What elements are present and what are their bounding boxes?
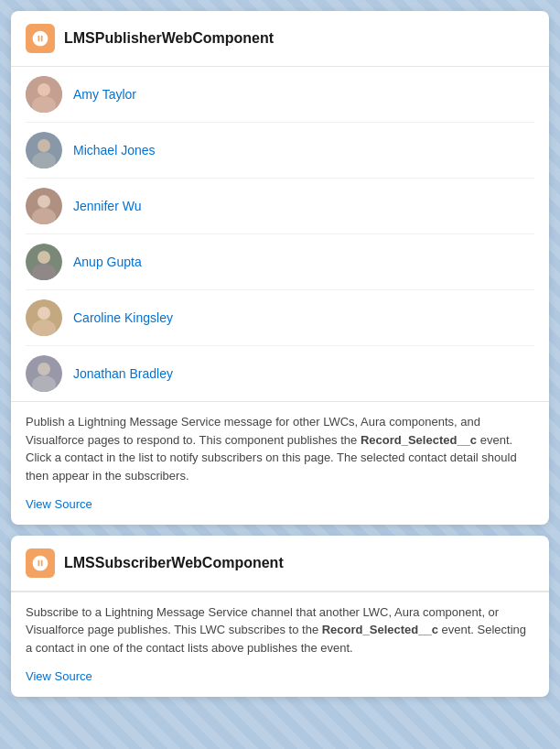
publisher-card-title: LMSPublisherWebComponent — [64, 30, 274, 47]
publisher-card: LMSPublisherWebComponent Amy Taylor — [11, 11, 549, 525]
svg-point-7 — [38, 195, 50, 208]
contact-name-jennifer[interactable]: Jennifer Wu — [73, 199, 141, 213]
contact-name-michael[interactable]: Michael Jones — [73, 143, 156, 157]
subscriber-card-header: LMSSubscriberWebComponent — [11, 536, 549, 592]
publisher-event-name: Record_Selected__c — [361, 433, 477, 447]
contact-item-anup[interactable]: Anup Gupta — [26, 234, 534, 290]
svg-point-4 — [38, 139, 50, 152]
contact-name-caroline[interactable]: Caroline Kingsley — [73, 310, 173, 325]
subscriber-card-title: LMSSubscriberWebComponent — [64, 555, 284, 571]
avatar-anup — [26, 244, 62, 280]
subscriber-icon — [26, 548, 55, 578]
subscriber-description-text: Subscribe to a Lightning Message Service… — [26, 603, 534, 657]
publisher-card-header: LMSPublisherWebComponent — [11, 11, 549, 67]
avatar-caroline — [26, 299, 62, 336]
publisher-description: Publish a Lightning Message Service mess… — [11, 401, 549, 525]
contact-name-jonathan[interactable]: Jonathan Bradley — [73, 366, 173, 381]
avatar-amy — [26, 76, 62, 113]
contact-name-amy[interactable]: Amy Taylor — [73, 87, 136, 102]
publisher-view-source-link[interactable]: View Source — [26, 495, 92, 514]
avatar-michael — [26, 132, 62, 168]
contact-name-anup[interactable]: Anup Gupta — [73, 255, 142, 269]
contact-item-jonathan[interactable]: Jonathan Bradley — [26, 346, 534, 401]
svg-point-16 — [38, 363, 50, 375]
subscriber-description: Subscribe to a Lightning Message Service… — [11, 592, 549, 697]
contact-item-michael[interactable]: Michael Jones — [26, 123, 534, 179]
publisher-description-text: Publish a Lightning Message Service mess… — [26, 413, 534, 484]
subscriber-card: LMSSubscriberWebComponent Subscribe to a… — [11, 536, 549, 697]
svg-point-13 — [38, 307, 50, 320]
contact-item-caroline[interactable]: Caroline Kingsley — [26, 290, 534, 346]
subscriber-view-source-link[interactable]: View Source — [26, 668, 92, 686]
subscriber-event-name: Record_Selected__c — [322, 623, 438, 636]
contact-item-jennifer[interactable]: Jennifer Wu — [26, 179, 534, 234]
avatar-jennifer — [26, 188, 62, 224]
publisher-icon — [26, 24, 55, 53]
svg-point-10 — [38, 251, 50, 264]
svg-point-1 — [38, 83, 50, 96]
contact-item-amy[interactable]: Amy Taylor — [26, 67, 534, 123]
contact-list: Amy Taylor Michael Jones J — [11, 67, 549, 401]
avatar-jonathan — [26, 355, 62, 392]
